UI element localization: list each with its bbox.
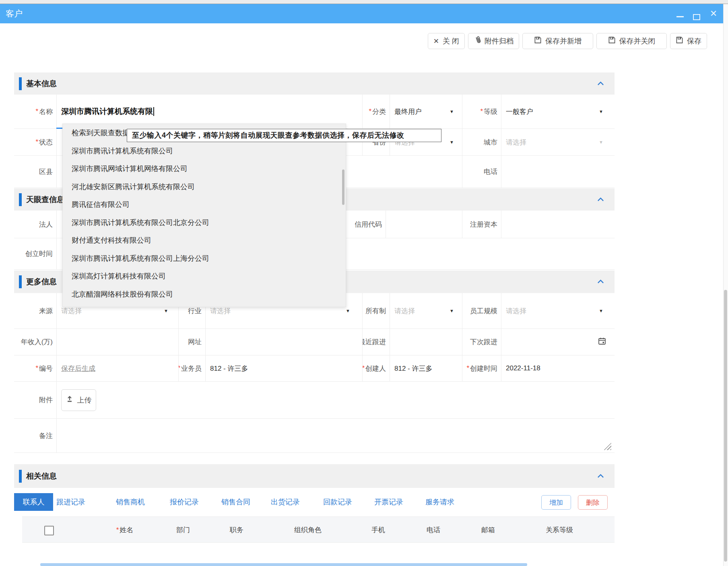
- col-mobile: 手机: [371, 517, 385, 543]
- col-relationship-level: 关系等级: [546, 517, 573, 543]
- window-title: 客户: [6, 4, 23, 23]
- tianyancha-suggest-item[interactable]: 财付通支付科技有限公司: [63, 231, 346, 250]
- upload-icon: [66, 395, 73, 405]
- horizontal-scrollbar-thumb[interactable]: [40, 563, 527, 566]
- phone-input[interactable]: [501, 156, 615, 188]
- collapse-chevron-icon[interactable]: [597, 279, 604, 284]
- tab-quote-records[interactable]: 报价记录: [170, 493, 199, 511]
- add-button[interactable]: 增加: [541, 495, 571, 510]
- tianyancha-suggest-item: 河北雄安新区腾讯计算机系统有限公司: [63, 178, 346, 196]
- next-followup-input[interactable]: [501, 329, 615, 355]
- tab-contacts[interactable]: 联系人: [14, 493, 53, 511]
- recent-followup-input[interactable]: [390, 329, 462, 355]
- col-phone: 电话: [427, 517, 440, 543]
- vertical-scrollbar-thumb[interactable]: [724, 290, 727, 562]
- district-label: 区县: [14, 156, 56, 188]
- window-top-strip: [0, 0, 728, 4]
- chevron-down-icon: ▼: [450, 308, 454, 313]
- city-label: 城市: [462, 129, 501, 155]
- tianyancha-suggest-item[interactable]: 深圳市腾讯计算机系统有限公司北京分公司: [63, 214, 346, 232]
- grade-label: *等级: [462, 95, 501, 128]
- section-accent-bar: [19, 193, 22, 206]
- calendar-icon[interactable]: [598, 337, 606, 347]
- salesman-label: *业务员: [178, 355, 205, 381]
- minimize-icon[interactable]: [674, 4, 687, 23]
- chevron-down-icon: ▼: [164, 308, 168, 313]
- section-related-info: 相关信息: [14, 464, 615, 488]
- registered-capital-input[interactable]: [501, 211, 615, 238]
- floppy-icon: [608, 36, 616, 46]
- tab-service-requests[interactable]: 服务请求: [425, 493, 454, 511]
- section-related-title: 相关信息: [26, 464, 57, 488]
- dropdown-scrollbar-thumb[interactable]: [342, 169, 344, 205]
- collapse-chevron-icon[interactable]: [597, 196, 604, 202]
- customer-window: 客户 ✕ ✕ 关 闭 附件归档 保存并新增 保存并关闭 保存 基本信息 *名称 …: [0, 0, 728, 566]
- upload-button[interactable]: 上传: [61, 389, 96, 411]
- section-tyc-title: 天眼查信息: [26, 188, 64, 211]
- attachment-area: 上传: [56, 382, 615, 418]
- attachment-archive-button[interactable]: 附件归档: [468, 33, 519, 49]
- phone-label: 电话: [462, 156, 501, 188]
- annual-income-label: 年收入(万): [14, 329, 56, 355]
- city-select[interactable]: 请选择▼: [501, 129, 615, 155]
- tab-shipment-records[interactable]: 出货记录: [271, 493, 300, 511]
- maximize-icon[interactable]: [691, 4, 703, 23]
- row-annual-income: 年收入(万) 网址 最近跟进 下次跟进: [14, 329, 615, 355]
- section-accent-bar: [19, 470, 22, 483]
- row-number: *编号 保存后生成 *业务员 812 - 许三多 *创建人 812 - 许三多 …: [14, 355, 615, 382]
- tab-payment-records[interactable]: 回款记录: [323, 493, 352, 511]
- close-icon[interactable]: ✕: [707, 4, 720, 23]
- tianyancha-suggest-item[interactable]: 深圳市腾讯计算机系统有限公司: [63, 142, 346, 160]
- tab-invoice-records[interactable]: 开票记录: [374, 493, 403, 511]
- tianyancha-suggest-item[interactable]: 北京醋溜网络科技股份有限公司: [63, 285, 346, 304]
- grade-select[interactable]: 一般客户▼: [501, 95, 615, 128]
- registered-capital-label: 注册资本: [462, 211, 501, 238]
- tianyancha-suggest-item[interactable]: 腾讯征信有限公司: [63, 196, 346, 214]
- contacts-table-header: *姓名 部门 职务 组织角色 手机 电话 邮箱 关系等级: [22, 516, 615, 543]
- close-button[interactable]: ✕ 关 闭: [428, 33, 465, 49]
- text-cursor: [153, 107, 154, 116]
- tianyancha-suggest-item[interactable]: 深圳高灯计算机科技有限公司: [63, 267, 346, 285]
- credit-code-input[interactable]: [386, 211, 462, 238]
- ownership-select[interactable]: 请选择▼: [390, 293, 462, 328]
- tianyancha-suggest-item[interactable]: 深圳市腾讯网域计算机网络有限公司: [63, 160, 346, 178]
- chevron-down-icon: ▼: [599, 109, 603, 114]
- col-org-role: 组织角色: [294, 517, 322, 543]
- employee-scale-select[interactable]: 请选择▼: [501, 293, 615, 328]
- select-all-checkbox[interactable]: [44, 526, 54, 535]
- section-basic-title: 基本信息: [26, 72, 57, 95]
- save-and-new-button[interactable]: 保存并新增: [522, 33, 593, 49]
- save-and-close-button[interactable]: 保存并关闭: [596, 33, 667, 49]
- collapse-chevron-icon[interactable]: [597, 473, 604, 479]
- attachment-label: 附件: [14, 382, 56, 418]
- delete-button[interactable]: 删除: [578, 495, 608, 510]
- website-input[interactable]: [205, 329, 362, 355]
- founded-time-label: 创立时间: [14, 238, 56, 269]
- resize-handle[interactable]: [602, 443, 611, 450]
- category-select[interactable]: 最终用户▼: [390, 95, 462, 128]
- recent-followup-label: 最近跟进: [362, 329, 390, 355]
- section-more-title: 更多信息: [26, 271, 57, 293]
- salesman-value[interactable]: 812 - 许三多: [205, 355, 362, 381]
- create-time-value: 2022-11-18: [501, 355, 615, 381]
- tab-followup-records[interactable]: 跟进记录: [56, 493, 85, 511]
- chevron-down-icon: ▼: [599, 140, 603, 145]
- legal-person-label: 法人: [14, 211, 56, 238]
- save-button[interactable]: 保存: [670, 33, 707, 49]
- category-label: *分类: [362, 95, 390, 128]
- tab-sales-opportunities[interactable]: 销售商机: [116, 493, 145, 511]
- tab-sales-contracts[interactable]: 销售合同: [221, 493, 250, 511]
- col-position: 职务: [230, 517, 243, 543]
- annual-income-input[interactable]: [56, 329, 178, 355]
- chevron-down-icon: ▼: [599, 308, 603, 313]
- status-label: *状态: [14, 129, 56, 155]
- tianyancha-suggest-item[interactable]: 深圳市腾讯计算机系统有限公司上海分公司: [63, 250, 346, 268]
- chevron-down-icon: ▼: [450, 109, 454, 114]
- create-time-label: *创建时间: [462, 355, 501, 381]
- paperclip-icon: [474, 36, 481, 46]
- tianyancha-suggest-dropdown: 检索到天眼查数据请选一条: 深圳市腾讯计算机系统有限公司 深圳市腾讯网域计算机网…: [62, 124, 346, 307]
- remark-label: 备注: [14, 419, 56, 452]
- remark-textarea[interactable]: [56, 419, 615, 452]
- source-label: 来源: [14, 293, 56, 328]
- collapse-chevron-icon[interactable]: [597, 81, 604, 86]
